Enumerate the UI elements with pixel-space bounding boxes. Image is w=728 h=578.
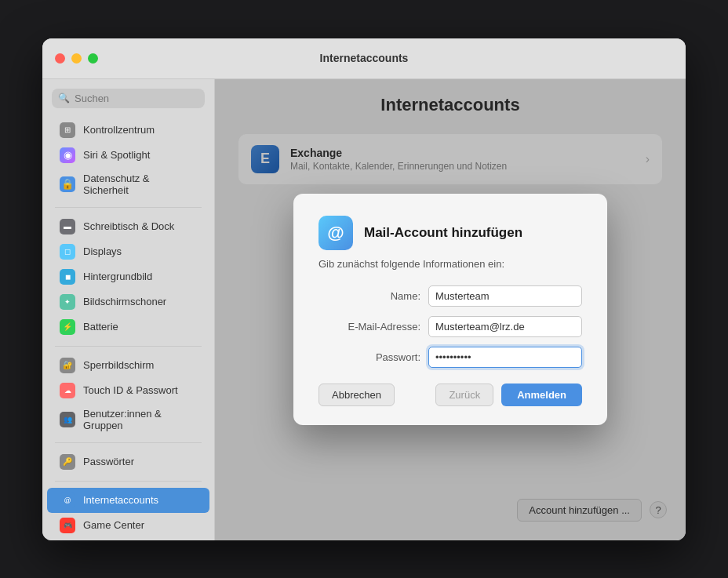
passwoerter-icon: 🔑 <box>60 454 75 470</box>
sidebar-item-hintergrund[interactable]: ◼Hintergrundbild <box>47 264 209 289</box>
hintergrund-icon: ◼ <box>60 269 75 285</box>
traffic-lights <box>55 53 98 64</box>
sidebar-item-label-bildschirmschoner: Bildschirmschoner <box>83 296 166 307</box>
at-icon: @ <box>327 223 344 243</box>
window-body: 🔍 ⊞Kontrollzentrum◉Siri & Spotlight🔒Date… <box>42 79 686 540</box>
modal-buttons-right: Zurück Anmelden <box>435 384 582 406</box>
password-field-row: Passwort: <box>318 347 582 368</box>
modal-buttons: Abbrechen Zurück Anmelden <box>318 384 582 406</box>
window-title: Internetaccounts <box>320 52 409 64</box>
sidebar-item-label-siri: Siri & Spotlight <box>83 149 150 161</box>
search-icon: 🔍 <box>58 93 70 104</box>
sidebar-item-schreibtisch[interactable]: ▬Schreibtisch & Dock <box>47 214 209 239</box>
sidebar-item-label-passwoerter: Passwörter <box>83 456 134 467</box>
datenschutz-icon: 🔒 <box>60 176 75 192</box>
sidebar-item-label-batterie: Batterie <box>83 321 118 333</box>
modal-header: @ Mail-Account hinzufügen <box>318 216 582 250</box>
sidebar-items-container: ⊞Kontrollzentrum◉Siri & Spotlight🔒Datens… <box>42 118 214 540</box>
sidebar-item-label-benutzer: Benutzer:innen & Gruppen <box>83 408 197 431</box>
displays-icon: ◻ <box>60 244 75 260</box>
search-bar[interactable]: 🔍 <box>52 89 205 108</box>
minimize-button[interactable] <box>71 53 82 64</box>
search-input[interactable] <box>75 93 198 104</box>
modal-overlay: @ Mail-Account hinzufügen Gib zunächst f… <box>215 79 686 540</box>
titlebar: Internetaccounts <box>42 38 686 79</box>
sidebar: 🔍 ⊞Kontrollzentrum◉Siri & Spotlight🔒Date… <box>42 79 215 540</box>
sidebar-item-label-displays: Displays <box>83 245 122 257</box>
email-field-row: E-Mail-Adresse: <box>318 316 582 337</box>
password-label: Passwort: <box>318 351 420 363</box>
email-label: E-Mail-Adresse: <box>318 321 420 333</box>
modal-icon: @ <box>318 216 353 250</box>
sidebar-item-label-touchid: Touch ID & Passwort <box>83 384 178 396</box>
sidebar-item-label-internetaccounts: Internetaccounts <box>83 494 158 506</box>
name-label: Name: <box>318 290 420 302</box>
sidebar-item-label-datenschutz: Datenschutz & Sicherheit <box>83 173 197 196</box>
add-mail-account-modal: @ Mail-Account hinzufügen Gib zunächst f… <box>293 194 607 425</box>
sidebar-item-label-hintergrund: Hintergrundbild <box>83 271 152 282</box>
kontrollzentrum-icon: ⊞ <box>60 122 75 138</box>
sperrbildschirm-icon: 🔐 <box>60 358 75 373</box>
name-input[interactable] <box>428 285 582 307</box>
sidebar-item-batterie[interactable]: ⚡Batterie <box>47 314 209 340</box>
back-button[interactable]: Zurück <box>435 384 493 406</box>
sidebar-item-displays[interactable]: ◻Displays <box>47 239 209 264</box>
main-content: Internetaccounts E Exchange Mail, Kontak… <box>215 79 686 540</box>
sidebar-divider <box>55 481 202 482</box>
benutzer-icon: 👥 <box>60 412 75 427</box>
sidebar-item-label-schreibtisch: Schreibtisch & Dock <box>83 220 174 232</box>
sidebar-item-label-kontrollzentrum: Kontrollzentrum <box>83 124 155 136</box>
name-field-row: Name: <box>318 285 582 307</box>
sidebar-item-kontrollzentrum[interactable]: ⊞Kontrollzentrum <box>47 118 209 143</box>
sidebar-divider <box>55 207 202 208</box>
close-button[interactable] <box>55 53 65 64</box>
siri-icon: ◉ <box>60 147 75 163</box>
bildschirmschoner-icon: ✦ <box>60 294 75 310</box>
sidebar-item-label-gamecenter: Game Center <box>83 519 144 531</box>
gamecenter-icon: 🎮 <box>60 518 75 533</box>
sidebar-item-sperrbildschirm[interactable]: 🔐Sperrbildschirm <box>47 353 209 378</box>
cancel-button[interactable]: Abbrechen <box>318 384 395 406</box>
modal-title: Mail-Account hinzufügen <box>364 225 522 241</box>
modal-subtitle: Gib zunächst folgende Informationen ein: <box>318 258 582 270</box>
maximize-button[interactable] <box>88 53 98 64</box>
password-input[interactable] <box>428 347 582 368</box>
submit-button[interactable]: Anmelden <box>501 384 582 406</box>
sidebar-item-internetaccounts[interactable]: @Internetaccounts <box>47 488 209 513</box>
touchid-icon: ☁ <box>60 383 75 398</box>
sidebar-item-datenschutz[interactable]: 🔒Datenschutz & Sicherheit <box>47 168 209 201</box>
batterie-icon: ⚡ <box>60 319 75 335</box>
system-preferences-window: Internetaccounts 🔍 ⊞Kontrollzentrum◉Siri… <box>42 38 686 540</box>
sidebar-item-label-sperrbildschirm: Sperrbildschirm <box>83 359 154 371</box>
sidebar-item-siri[interactable]: ◉Siri & Spotlight <box>47 143 209 168</box>
sidebar-divider <box>55 346 202 347</box>
sidebar-item-gamecenter[interactable]: 🎮Game Center <box>47 513 209 538</box>
sidebar-item-touchid[interactable]: ☁Touch ID & Passwort <box>47 378 209 403</box>
email-input[interactable] <box>428 316 582 337</box>
internetaccounts-icon: @ <box>60 493 75 508</box>
sidebar-item-passwoerter[interactable]: 🔑Passwörter <box>47 449 209 474</box>
schreibtisch-icon: ▬ <box>60 219 75 234</box>
sidebar-divider <box>55 442 202 443</box>
sidebar-item-bildschirmschoner[interactable]: ✦Bildschirmschoner <box>47 289 209 314</box>
sidebar-item-benutzer[interactable]: 👥Benutzer:innen & Gruppen <box>47 403 209 436</box>
